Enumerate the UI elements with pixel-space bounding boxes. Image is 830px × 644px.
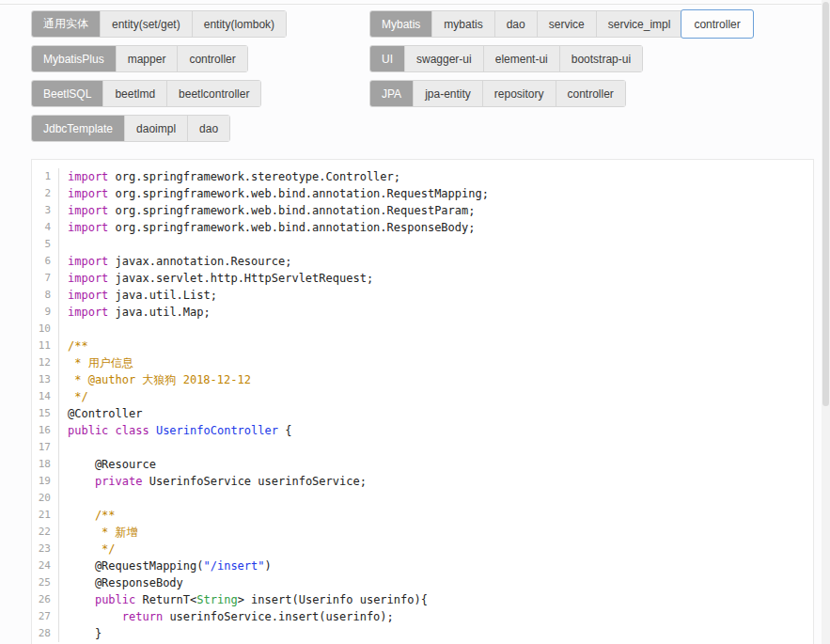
code-line: 5: [32, 236, 813, 253]
tab-beetlsql-beetlmd[interactable]: beetlmd: [102, 81, 166, 106]
tab-mybatis-service-impl[interactable]: service_impl: [596, 11, 682, 37]
code-line: 13 * @author 大狼狗 2018-12-12: [32, 371, 813, 388]
tab-group-ui: UIswagger-uielement-uibootstrap-ui: [369, 45, 643, 72]
code-token: java.util.List;: [108, 289, 217, 302]
tab-ui-element-ui[interactable]: element-ui: [483, 46, 559, 71]
line-number: 11: [32, 338, 58, 354]
code-token: import: [68, 170, 108, 183]
code-line: 23 */: [32, 541, 813, 558]
tab-common-entity-entity-lombok[interactable]: entity(lombok): [192, 11, 286, 37]
code-token: @ResponseBody: [68, 576, 183, 589]
line-number: 6: [32, 253, 58, 270]
tab-jpa-controller[interactable]: controller: [556, 81, 625, 106]
tab-ui-bootstrap-ui[interactable]: bootstrap-ui: [559, 46, 642, 71]
code-line-text: import org.springframework.stereotype.Co…: [58, 168, 813, 185]
line-number: 10: [32, 321, 58, 338]
toolbar-left-column: 通用实体entity(set/get)entity(lombok)Mybatis…: [31, 10, 369, 142]
tab-group-label-jdbc-template: JdbcTemplate: [32, 116, 124, 141]
code-token: import: [68, 289, 108, 302]
tab-jpa-jpa-entity[interactable]: jpa-entity: [413, 81, 482, 106]
code-line: 8import java.util.List;: [32, 287, 813, 304]
code-token: userinfoService.insert(userinfo);: [163, 610, 394, 623]
code-editor[interactable]: 1import org.springframework.stereotype.C…: [31, 159, 814, 644]
line-number: 12: [32, 354, 58, 371]
tab-mybatis-service[interactable]: service: [537, 11, 596, 37]
code-line-text: @RequestMapping("/insert"): [58, 558, 813, 574]
code-token: [68, 475, 95, 488]
code-line-text: * 用户信息: [58, 354, 813, 371]
tab-group-label-beetlsql: BeetlSQL: [32, 81, 102, 106]
code-line: 21 /**: [32, 507, 813, 524]
line-number: 5: [32, 236, 58, 253]
line-number: 9: [32, 304, 58, 321]
tab-group-common-entity: 通用实体entity(set/get)entity(lombok): [31, 10, 287, 38]
tab-mybatis-dao[interactable]: dao: [494, 11, 537, 37]
line-number: 4: [32, 219, 58, 236]
code-line: 2import org.springframework.web.bind.ann…: [32, 185, 813, 202]
code-token: String: [196, 593, 237, 606]
code-line: 4import org.springframework.web.bind.ann…: [32, 219, 813, 236]
code-token: org.springframework.web.bind.annotation.…: [108, 221, 475, 234]
code-line: 12 * 用户信息: [32, 354, 813, 371]
code-token: private: [95, 475, 143, 488]
code-line-text: import org.springframework.web.bind.anno…: [58, 202, 813, 219]
scrollbar-thumb[interactable]: [822, 2, 829, 406]
tab-jdbc-template-dao[interactable]: dao: [187, 116, 229, 141]
code-line: 25 @ResponseBody: [32, 574, 813, 591]
line-number: 19: [32, 473, 58, 490]
tab-jpa-repository[interactable]: repository: [482, 81, 556, 106]
code-token: [68, 610, 122, 623]
code-token: import: [68, 221, 108, 234]
code-line: 11/**: [32, 338, 813, 354]
tab-ui-swagger-ui[interactable]: swagger-ui: [404, 46, 483, 71]
tab-mybatis-mybatis[interactable]: mybatis: [431, 11, 493, 37]
line-number: 13: [32, 371, 58, 388]
code-token: */: [68, 542, 116, 556]
code-line-text: private UserinfoService userinfoService;: [58, 473, 813, 490]
code-lines: 1import org.springframework.stereotype.C…: [32, 168, 813, 642]
tab-common-entity-entity-set-get[interactable]: entity(set/get): [100, 11, 192, 37]
vertical-scrollbar[interactable]: [822, 0, 830, 644]
tab-group-jpa: JPAjpa-entityrepositorycontroller: [369, 80, 626, 107]
code-token: javax.servlet.http.HttpServletRequest;: [108, 272, 373, 285]
code-line: 7import javax.servlet.http.HttpServletRe…: [32, 270, 813, 287]
code-line-text: import org.springframework.web.bind.anno…: [58, 185, 813, 202]
tab-mybatis-plus-controller[interactable]: controller: [177, 46, 246, 71]
code-token: import: [68, 204, 108, 217]
line-number: 28: [32, 625, 58, 642]
code-line-text: import org.springframework.web.bind.anno…: [58, 219, 813, 236]
code-line-text: [58, 236, 813, 253]
code-line: 14 */: [32, 388, 813, 405]
code-token: /**: [68, 339, 88, 353]
code-line: 19 private UserinfoService userinfoServi…: [32, 473, 813, 490]
code-token: * @author 大狼狗 2018-12-12: [68, 373, 251, 386]
tab-jdbc-template-daoimpl[interactable]: daoimpl: [124, 116, 187, 141]
code-token: ): [265, 559, 272, 573]
line-number: 25: [32, 574, 58, 591]
code-token: UserinfoService userinfoService;: [142, 475, 366, 488]
tab-beetlsql-beetlcontroller[interactable]: beetlcontroller: [166, 81, 260, 106]
line-number: 14: [32, 388, 58, 405]
code-token: return: [122, 610, 163, 623]
toolbar-right-column: Mybatismybatisdaoserviceservice_implcont…: [369, 10, 754, 142]
tab-group-label-ui: UI: [370, 46, 404, 71]
code-line-text: */: [58, 388, 813, 405]
line-number: 24: [32, 558, 58, 574]
tab-mybatis-plus-mapper[interactable]: mapper: [116, 46, 178, 71]
code-line-text: public ReturnT<String> insert(Userinfo u…: [58, 591, 813, 608]
code-line-text: [58, 439, 813, 456]
line-number: 15: [32, 405, 58, 422]
code-token: import: [68, 187, 108, 200]
code-line-text: }: [58, 625, 813, 642]
tab-mybatis-controller[interactable]: controller: [681, 9, 753, 39]
code-line: 6import javax.annotation.Resource;: [32, 253, 813, 270]
line-number: 18: [32, 456, 58, 473]
code-generator-page: 通用实体entity(set/get)entity(lombok)Mybatis…: [0, 0, 830, 644]
line-number: 1: [32, 168, 58, 185]
line-number: 20: [32, 490, 58, 507]
code-token: java.util.Map;: [108, 306, 210, 319]
code-line-text: return userinfoService.insert(userinfo);: [58, 608, 813, 625]
code-token: import: [68, 272, 108, 285]
line-number: 7: [32, 270, 58, 287]
code-line: 9import java.util.Map;: [32, 304, 813, 321]
